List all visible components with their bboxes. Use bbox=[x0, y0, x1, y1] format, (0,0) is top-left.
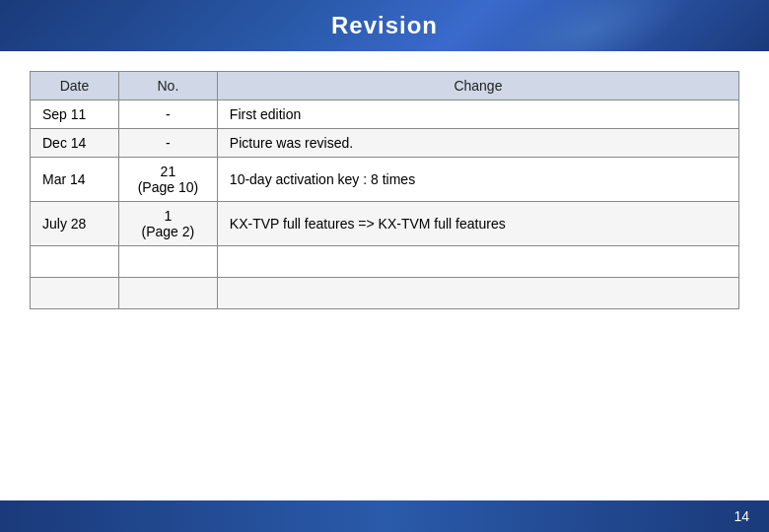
col-header-no: No. bbox=[118, 72, 217, 100]
cell-date: Mar 14 bbox=[31, 158, 119, 202]
cell-date: July 28 bbox=[31, 202, 119, 246]
table-header-row: Date No. Change bbox=[31, 72, 739, 100]
cell-change: Picture was revised. bbox=[217, 129, 738, 158]
cell-change: KX-TVP full features => KX-TVM full feat… bbox=[217, 202, 738, 246]
cell-no: - bbox=[118, 129, 217, 158]
cell-no: 21 (Page 10) bbox=[118, 158, 217, 202]
cell-change: 10-day activation key : 8 times bbox=[217, 158, 738, 202]
header-bar: Revision bbox=[0, 0, 769, 51]
cell-change bbox=[217, 278, 738, 309]
cell-change bbox=[217, 246, 738, 278]
cell-date: Dec 14 bbox=[31, 129, 119, 158]
cell-no bbox=[118, 278, 217, 309]
table-row: Sep 11-First edition bbox=[31, 100, 739, 129]
col-header-change: Change bbox=[217, 72, 738, 100]
table-row: Mar 1421 (Page 10)10-day activation key … bbox=[31, 158, 739, 202]
cell-date: Sep 11 bbox=[31, 100, 119, 129]
cell-date bbox=[31, 278, 119, 309]
col-header-date: Date bbox=[31, 72, 119, 100]
table-row: July 281 (Page 2)KX-TVP full features =>… bbox=[31, 202, 739, 246]
page-title: Revision bbox=[331, 12, 438, 39]
footer-bar: 14 bbox=[0, 500, 769, 532]
cell-no bbox=[118, 246, 217, 278]
table-row bbox=[31, 246, 739, 278]
page-number: 14 bbox=[734, 508, 749, 524]
cell-no: - bbox=[118, 100, 217, 129]
table-row bbox=[31, 278, 739, 309]
cell-change: First edition bbox=[217, 100, 738, 129]
main-content: Date No. Change Sep 11-First editionDec … bbox=[0, 51, 769, 329]
cell-date bbox=[31, 246, 119, 278]
cell-no: 1 (Page 2) bbox=[118, 202, 217, 246]
table-row: Dec 14-Picture was revised. bbox=[31, 129, 739, 158]
revision-table: Date No. Change Sep 11-First editionDec … bbox=[30, 71, 739, 309]
